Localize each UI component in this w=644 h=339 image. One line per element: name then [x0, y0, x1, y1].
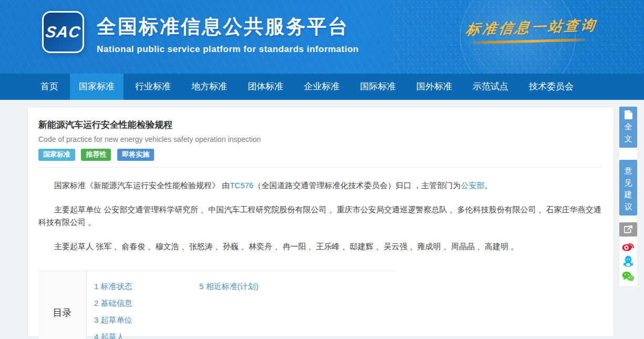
share-button[interactable]	[619, 222, 637, 237]
slogan-text: 标准信息一站查询	[465, 16, 598, 39]
tag-recommended: 推荐性	[81, 149, 111, 161]
toc-column-1: 1 标准状态 2 基础信息 3 起草单位 4 起草人	[94, 282, 199, 339]
site-title: 全国标准信息公共服务平台	[97, 14, 359, 40]
sac-logo-text: SAC	[44, 23, 81, 41]
nav-item-technical-committees[interactable]: 技术委员会	[520, 74, 582, 100]
nav-item-foreign-standards[interactable]: 国外标准	[407, 74, 461, 100]
site-title-block: 全国标准信息公共服务平台 National public service pla…	[97, 14, 359, 55]
tag-upcoming: 即将实施	[117, 149, 154, 161]
site-header: SAC 全国标准信息公共服务平台 National public service…	[0, 0, 644, 74]
document-icon	[625, 110, 632, 119]
share-icon	[624, 225, 633, 233]
tag-national-standard: 国家标准	[38, 149, 75, 161]
tc576-link[interactable]: TC576	[230, 181, 253, 190]
toc-link-drafting-units[interactable]: 3 起草单位	[94, 315, 199, 325]
feedback-label: 意见建议	[624, 165, 632, 212]
slogan-block: 标准信息一站查询	[466, 18, 597, 43]
toc-column-2: 5 相近标准(计划)	[199, 282, 259, 339]
sac-logo[interactable]: SAC	[42, 11, 84, 53]
para1-text3: 。	[484, 181, 492, 190]
para1-text2: （全国道路交通管理标准化技术委员会）归口 ，主管部门为	[253, 181, 461, 190]
standard-title-en: Code of practice for new energy vehicles…	[38, 135, 603, 143]
nav-item-local-standards[interactable]: 地方标准	[182, 74, 236, 100]
fulltext-label: 全文	[624, 121, 632, 145]
standard-title-cn: 新能源汽车运行安全性能检验规程	[38, 119, 603, 131]
nav-item-industry-standards[interactable]: 行业标准	[126, 74, 180, 100]
toc-label: 目录	[38, 271, 87, 339]
toc-links: 1 标准状态 2 基础信息 3 起草单位 4 起草人 5 相近标准(计划)	[87, 271, 395, 339]
nav-item-enterprise-standards[interactable]: 企业标准	[295, 74, 349, 100]
ministry-link[interactable]: 公安部	[461, 181, 484, 190]
wechat-icon[interactable]	[622, 271, 635, 282]
toc-link-drafters[interactable]: 4 起草人	[94, 332, 199, 339]
tag-row: 国家标准 推荐性 即将实施	[38, 149, 603, 168]
main-nav: 首页 国家标准 行业标准 地方标准 团体标准 企业标准 国际标准 国外标准 示范…	[0, 74, 644, 100]
feedback-button[interactable]: 意见建议	[619, 160, 637, 215]
nav-item-group-standards[interactable]: 团体标准	[239, 74, 292, 100]
fulltext-button[interactable]: 全文	[619, 107, 637, 148]
standard-detail-card: 新能源汽车运行安全性能检验规程 Code of practice for new…	[27, 107, 614, 337]
nav-item-pilot-demos[interactable]: 示范试点	[464, 74, 517, 100]
para1-text1: 国家标准《新能源汽车运行安全性能检验规程》 由	[54, 181, 230, 190]
nav-item-home[interactable]: 首页	[32, 74, 67, 100]
paragraph-drafters: 主要起草人 张军 、俞春俊 、穆文浩 、张怒涛 、孙巍 、林奕舟 、冉一阳 、王…	[38, 240, 603, 253]
paragraph-drafting-units: 主要起草单位 公安部交通管理科学研究所 、中国汽车工程研究院股份有限公司 、重庆…	[38, 203, 603, 229]
nav-item-national-standards[interactable]: 国家标准	[70, 74, 124, 100]
weibo-icon[interactable]	[622, 241, 635, 251]
site-subtitle: National public service platform for sta…	[97, 44, 359, 55]
qq-icon[interactable]	[623, 255, 633, 267]
table-of-contents: 目录 1 标准状态 2 基础信息 3 起草单位 4 起草人 5 相近标准(计划)	[38, 271, 395, 339]
toc-link-standard-status[interactable]: 1 标准状态	[94, 282, 199, 292]
social-share-group	[619, 237, 637, 282]
toc-link-similar-standards[interactable]: 5 相近标准(计划)	[199, 282, 259, 292]
toc-link-basic-info[interactable]: 2 基础信息	[94, 299, 199, 309]
paragraph-governance: 国家标准《新能源汽车运行安全性能检验规程》 由TC576（全国道路交通管理标准化…	[38, 179, 603, 192]
nav-item-international-standards[interactable]: 国际标准	[351, 74, 405, 100]
floating-toolbar: 全文 意见建议	[619, 107, 637, 286]
